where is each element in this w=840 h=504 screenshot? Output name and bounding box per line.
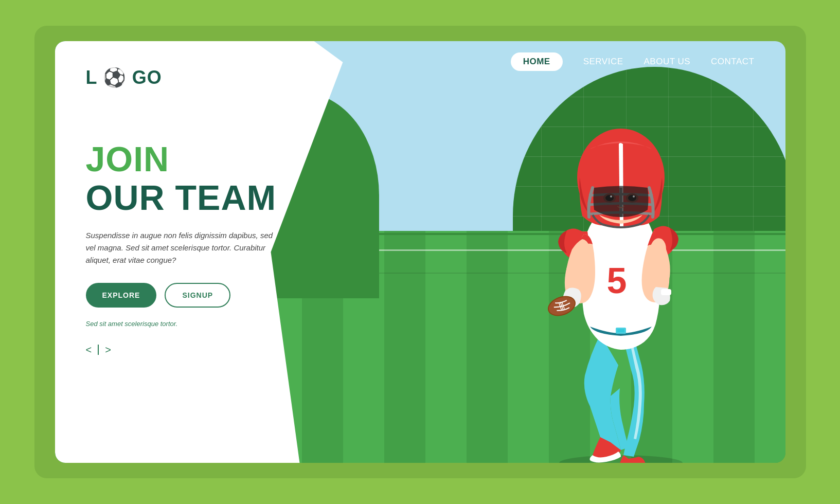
hero-our-team: OUR TEAM (86, 178, 292, 217)
svg-rect-13 (617, 329, 624, 332)
svg-point-11 (633, 195, 635, 197)
slider-divider (98, 345, 99, 355)
button-group: EXPLORE SIGNUP (86, 283, 292, 308)
small-text: Sed sit amet scelerisque tortor. (86, 320, 292, 328)
svg-rect-4 (661, 289, 671, 295)
outer-container: HOME SERVICE ABOUT US CONTACT L ⚽ GO JOI… (34, 26, 806, 478)
hero-title: JOIN OUR TEAM (86, 140, 292, 217)
nav-items: HOME SERVICE ABOUT US CONTACT (511, 52, 755, 71)
hero-description: Suspendisse in augue non felis dignissim… (86, 229, 281, 266)
svg-point-8 (605, 195, 614, 201)
svg-point-10 (610, 195, 612, 197)
slider-controls: < > (86, 344, 292, 356)
explore-button[interactable]: EXPLORE (86, 283, 157, 308)
nav-about[interactable]: ABOUT US (644, 57, 691, 67)
nav-home[interactable]: HOME (511, 52, 563, 71)
signup-button[interactable]: SIGNUP (165, 283, 230, 308)
player-illustration: 5 (487, 87, 744, 447)
nav-contact[interactable]: CONTACT (711, 57, 754, 67)
svg-point-9 (628, 195, 636, 201)
slider-next[interactable]: > (105, 344, 111, 356)
hero-join: JOIN (86, 140, 292, 178)
slider-prev[interactable]: < (86, 344, 92, 356)
main-card: HOME SERVICE ABOUT US CONTACT L ⚽ GO JOI… (55, 41, 785, 463)
svg-text:5: 5 (606, 261, 627, 301)
left-content: L ⚽ GO JOIN OUR TEAM Suspendisse in augu… (55, 41, 323, 463)
navbar: HOME SERVICE ABOUT US CONTACT (55, 41, 785, 82)
nav-service[interactable]: SERVICE (583, 57, 623, 67)
